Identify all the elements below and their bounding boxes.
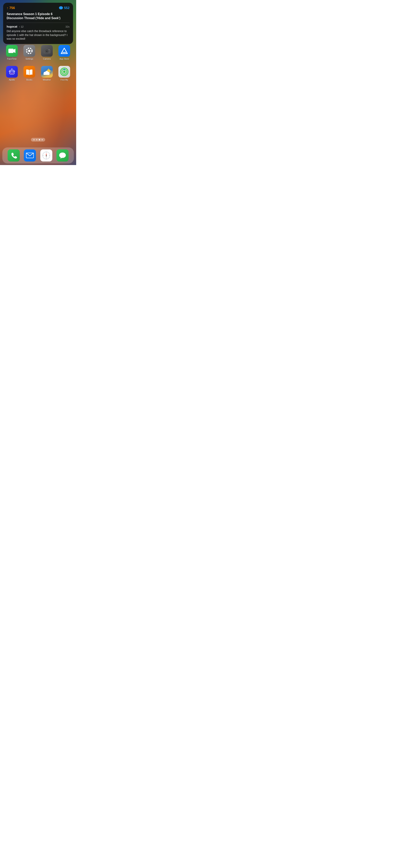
findmy-radar-icon: [60, 67, 69, 76]
books-label: Books: [26, 79, 32, 81]
page-dot-2: [36, 139, 37, 141]
comment-bubble-icon: [59, 6, 63, 10]
svg-rect-2: [8, 49, 13, 53]
svg-rect-28: [43, 73, 49, 75]
weather-sun-cloud-icon: [42, 67, 52, 76]
dock-safari[interactable]: [39, 149, 53, 161]
notification-header: ↑ 756 552: [7, 6, 70, 10]
app-findmy[interactable]: Find My: [57, 66, 71, 81]
appstore-label: App Store: [60, 58, 69, 60]
page-dot-1: [33, 139, 35, 141]
books-icon: [24, 66, 35, 78]
facetime-camera-icon: [8, 48, 15, 54]
page-dot-3: [39, 139, 40, 141]
svg-point-14: [12, 71, 14, 72]
upvote-count: ↑ 756: [7, 6, 15, 10]
settings-gear-icon: [26, 47, 33, 55]
app-row-2: Apollo Books: [3, 66, 73, 81]
app-books[interactable]: Books: [22, 66, 36, 81]
books-open-book-icon: [25, 68, 33, 75]
author-name: hugocat: [7, 25, 17, 28]
comment-text: Did anyone else catch the throwback refe…: [7, 29, 70, 41]
appstore-icon: [58, 45, 70, 57]
page-dots: [31, 138, 45, 142]
findmy-label: Find My: [61, 79, 68, 81]
app-apollo[interactable]: Apollo: [5, 66, 19, 81]
comment-row: hugocat ↑ 12 32s: [7, 25, 70, 28]
svg-point-32: [63, 71, 65, 73]
svg-point-0: [59, 6, 63, 9]
weather-icon: [41, 66, 53, 78]
svg-point-33: [64, 69, 65, 70]
upvote-arrow-icon: ↑: [7, 6, 8, 10]
camera-icon: [41, 45, 53, 57]
apollo-label: Apollo: [9, 79, 15, 81]
messages-bubble-icon: [59, 152, 66, 159]
svg-point-4: [28, 50, 30, 52]
app-settings[interactable]: Settings: [22, 45, 36, 60]
dock-mail[interactable]: [23, 149, 37, 161]
svg-point-10: [48, 49, 49, 50]
camera-label: Camera: [43, 58, 51, 60]
weather-label: Weather: [43, 79, 51, 81]
svg-marker-3: [13, 49, 15, 53]
findmy-icon: [58, 66, 70, 78]
apollo-icon: [6, 66, 18, 78]
dock-phone[interactable]: [7, 149, 21, 161]
phone-handset-icon: [10, 152, 17, 159]
mail-envelope-icon: [26, 153, 34, 158]
app-grid: FaceTime Settings: [0, 45, 76, 87]
appstore-a-icon: [61, 47, 68, 54]
settings-label: Settings: [25, 58, 33, 60]
page-dot-4: [42, 139, 43, 141]
app-appstore[interactable]: App Store: [57, 45, 71, 60]
facetime-icon: [6, 45, 18, 57]
svg-point-43: [46, 155, 47, 156]
app-facetime[interactable]: FaceTime: [5, 45, 19, 60]
notification-card[interactable]: ↑ 756 552 Severance Season 1 Episode 6 D…: [3, 3, 73, 44]
notification-divider: [7, 23, 70, 23]
svg-point-9: [46, 51, 47, 52]
author-upvote-arrow: ↑: [19, 25, 20, 28]
svg-point-16: [11, 68, 12, 69]
apollo-robot-icon: [8, 67, 16, 76]
comment-timestamp: 32s: [65, 25, 70, 28]
dock: [2, 148, 74, 163]
phone-icon: [8, 149, 20, 161]
app-weather[interactable]: Weather: [40, 66, 54, 81]
comment-count: 552: [59, 6, 70, 10]
safari-icon: [40, 149, 52, 161]
messages-icon: [57, 149, 69, 161]
app-camera[interactable]: Camera: [40, 45, 54, 60]
app-row-1: FaceTime Settings: [3, 45, 73, 60]
dock-messages[interactable]: [56, 149, 70, 161]
settings-icon: [24, 45, 35, 57]
svg-point-13: [10, 71, 11, 72]
comment-author: hugocat ↑ 12: [7, 25, 24, 28]
author-upvotes: ↑ 12: [19, 25, 24, 28]
safari-compass-icon: [42, 151, 51, 160]
facetime-label: FaceTime: [7, 58, 17, 60]
camera-body-icon: [43, 48, 51, 54]
mail-icon: [24, 149, 36, 161]
notification-title: Severance Season 1 Episode 6 Discussion …: [7, 12, 70, 20]
